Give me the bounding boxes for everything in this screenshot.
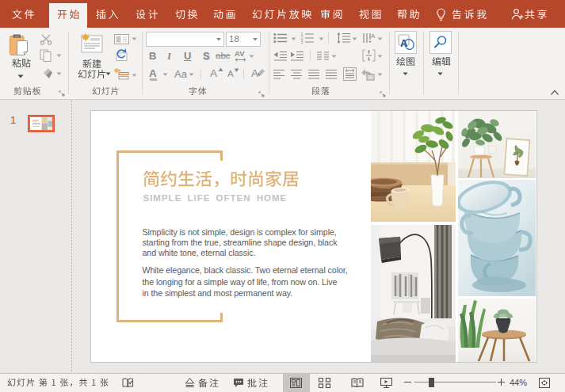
svg-text:3: 3: [301, 40, 303, 44]
svg-text:A: A: [400, 37, 408, 49]
svg-text:A: A: [371, 32, 376, 40]
svg-text:AV: AV: [235, 49, 245, 58]
